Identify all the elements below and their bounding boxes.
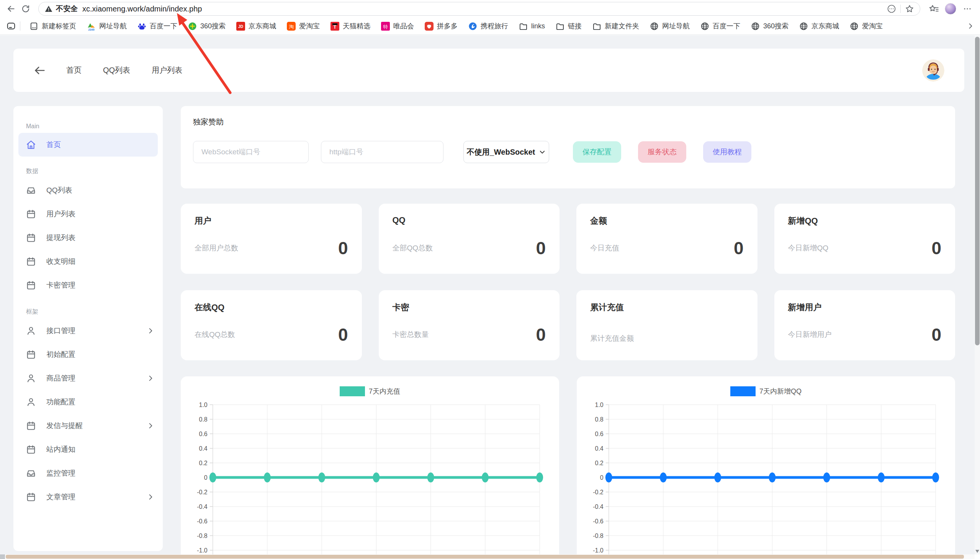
vertical-scrollbar-thumb[interactable] — [975, 37, 980, 346]
chevron-right-icon — [147, 493, 154, 501]
svg-text:-1.0: -1.0 — [593, 547, 604, 554]
browser-profile-avatar[interactable] — [945, 3, 956, 15]
sidebar-item-发信与提醒[interactable]: 发信与提醒 — [13, 414, 163, 438]
chevron-right-icon — [147, 374, 154, 382]
svg-text:-0.2: -0.2 — [593, 489, 604, 495]
browser-reload-button[interactable] — [18, 2, 33, 16]
bookmark-item[interactable]: 360搜索 — [183, 19, 231, 33]
bookmark-item[interactable]: 爱淘宝 — [844, 19, 888, 33]
sidebar-item-卡密管理[interactable]: 卡密管理 — [13, 273, 163, 297]
stat-title: QQ — [392, 215, 546, 225]
sidebar-item-初始配置[interactable]: 初始配置 — [13, 343, 163, 366]
bookmark-label: 拼多多 — [437, 22, 458, 31]
star-icon — [905, 4, 914, 13]
svg-text:0.8: 0.8 — [199, 416, 208, 423]
home-icon — [26, 140, 36, 150]
browser-back-button[interactable] — [4, 2, 18, 16]
svg-text:1.0: 1.0 — [199, 402, 208, 408]
svg-text:0.6: 0.6 — [199, 431, 208, 437]
browser-menu-button[interactable] — [960, 2, 975, 16]
sidebar-item-收支明细[interactable]: 收支明细 — [13, 250, 163, 273]
bookmark-item[interactable]: 百度一下 — [695, 19, 746, 33]
stat-title: 卡密 — [392, 302, 546, 313]
bookmarks-overflow-button[interactable] — [965, 20, 976, 32]
sponsor-title: 独家赞助 — [193, 117, 943, 127]
bookmark-item[interactable]: 携程旅行 — [463, 19, 513, 33]
sidebar-item-首页[interactable]: 首页 — [18, 133, 158, 157]
bookmark-this-page-button[interactable] — [903, 2, 916, 15]
svg-text:0.4: 0.4 — [199, 445, 208, 452]
bookmark-item[interactable]: 2345 网址导航 — [81, 19, 132, 33]
svg-text:2345: 2345 — [88, 28, 94, 30]
sidebar-item-功能配置[interactable]: 功能配置 — [13, 390, 163, 414]
bookmark-item[interactable]: 网址导航 — [644, 19, 695, 33]
websocket-port-input[interactable] — [193, 141, 309, 163]
bookmarks-bar: 新建标签页 2345 网址导航 百度一下 360搜索 JD 京东商城 淘 爱淘宝… — [0, 18, 980, 35]
stat-value: 0 — [931, 239, 941, 257]
stats-grid: 用户 全部用户总数 0 QQ 全部QQ总数 0 金额 今日充值 0 新增QQ 今… — [181, 204, 955, 360]
sidebar-toggle-icon[interactable] — [5, 20, 18, 33]
address-bar[interactable]: 不安全 xc.xiaomeng.work/admin/index.php — [38, 2, 920, 16]
chart-legend: 7天内新增QQ — [577, 386, 955, 396]
address-bar-more-button[interactable] — [885, 2, 898, 15]
vertical-scrollbar[interactable] — [975, 35, 980, 554]
bookmark-item[interactable]: 特 唯品会 — [376, 19, 419, 33]
stat-title: 金额 — [590, 215, 744, 227]
not-secure-warning-icon — [45, 5, 53, 13]
sponsor-button-服务状态[interactable]: 服务状态 — [638, 141, 686, 163]
svg-text:-0.4: -0.4 — [197, 503, 208, 510]
sidebar-item-接口管理[interactable]: 接口管理 — [13, 319, 163, 343]
bookmarks-divider — [20, 22, 20, 31]
sidebar-section-label: 框架 — [13, 308, 163, 316]
http-port-input[interactable] — [321, 141, 444, 163]
page-back-icon[interactable] — [33, 64, 46, 77]
sidebar-item-提现列表[interactable]: 提现列表 — [13, 226, 163, 250]
header-nav-item[interactable]: QQ列表 — [103, 65, 130, 75]
bookmark-item[interactable]: JD 京东商城 — [231, 19, 281, 33]
sponsor-button-保存配置[interactable]: 保存配置 — [573, 141, 621, 163]
sidebar-item-label: 接口管理 — [46, 326, 75, 336]
sponsor-button-使用教程[interactable]: 使用教程 — [703, 141, 752, 163]
chart-card: 7天内充值 1.00.80.60.40.20-0.2-0.4-0.6-0.8-1… — [181, 376, 559, 554]
bookmark-item[interactable]: links — [513, 19, 550, 33]
stat-value: 0 — [536, 239, 546, 257]
page-content: 首页QQ列表用户列表 Main 首页 数据 — [0, 35, 975, 554]
bookmark-item[interactable]: 新建文件夹 — [587, 19, 644, 33]
bookmark-label: links — [531, 22, 545, 30]
user-icon — [26, 326, 36, 336]
stat-value: 0 — [536, 326, 546, 344]
sidebar-item-label: 首页 — [46, 140, 61, 150]
bookmark-item[interactable]: 链接 — [550, 19, 587, 33]
header-nav-item[interactable]: 首页 — [66, 65, 81, 75]
bookmark-item[interactable]: 淘 爱淘宝 — [281, 19, 325, 33]
sidebar-item-用户列表[interactable]: 用户列表 — [13, 202, 163, 226]
bookmark-item[interactable]: 京东商城 — [794, 19, 844, 33]
scroll-down-arrow-icon[interactable] — [975, 550, 979, 553]
header-nav-item[interactable]: 用户列表 — [152, 65, 182, 75]
bookmark-item[interactable]: 360搜索 — [746, 19, 794, 33]
calendar-icon — [26, 209, 36, 219]
bookmark-item[interactable]: 拼多多 — [419, 19, 463, 33]
sidebar-item-文章管理[interactable]: 文章管理 — [13, 485, 163, 509]
horizontal-scrollbar[interactable] — [0, 554, 975, 559]
sidebar-item-监控管理[interactable]: 监控管理 — [13, 461, 163, 485]
sidebar-item-label: 功能配置 — [46, 397, 75, 407]
websocket-mode-select[interactable]: 不使用_WebSocket — [464, 141, 549, 163]
sidebar-item-站内通知[interactable]: 站内通知 — [13, 438, 163, 461]
bookmark-item[interactable]: T 天猫精选 — [325, 19, 376, 33]
bookmark-label: 新建标签页 — [42, 22, 76, 31]
bookmark-label: 网址导航 — [662, 22, 690, 31]
globe-icon — [751, 22, 760, 31]
bookmark-item[interactable]: 百度一下 — [132, 19, 183, 33]
sidebar-item-label: 商品管理 — [46, 373, 75, 383]
bookmark-item[interactable]: 新建标签页 — [24, 19, 81, 33]
calendar-icon — [26, 421, 36, 431]
user-avatar[interactable] — [922, 60, 944, 81]
favorites-list-button[interactable] — [926, 2, 941, 16]
bookmark-label: 携程旅行 — [481, 22, 508, 31]
horizontal-scrollbar-thumb[interactable] — [6, 555, 964, 559]
sidebar-item-商品管理[interactable]: 商品管理 — [13, 366, 163, 390]
stat-value: 0 — [734, 239, 744, 257]
stat-label: 卡密总数量 — [392, 330, 429, 340]
sidebar-item-QQ列表[interactable]: QQ列表 — [13, 179, 163, 202]
